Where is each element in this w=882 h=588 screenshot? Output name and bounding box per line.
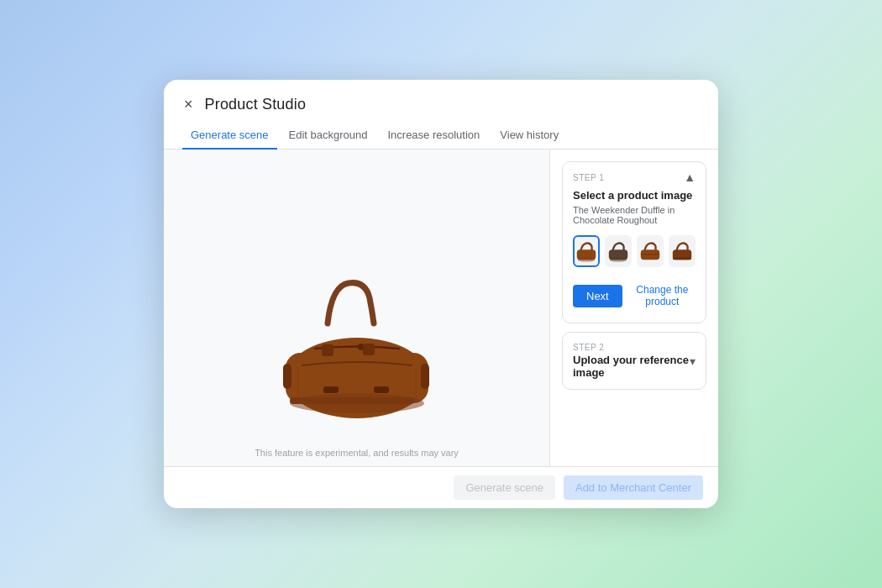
tab-edit-background[interactable]: Edit background bbox=[281, 122, 376, 150]
product-thumbnails bbox=[563, 232, 706, 276]
tab-increase-resolution[interactable]: Increase resolution bbox=[379, 122, 488, 150]
thumbnail-2[interactable] bbox=[605, 235, 632, 267]
svg-point-12 bbox=[578, 258, 596, 262]
close-icon: × bbox=[184, 97, 193, 112]
product-studio-modal: × Product Studio Generate scene Edit bac… bbox=[164, 80, 718, 508]
bag-image bbox=[265, 256, 449, 424]
modal-title: Product Studio bbox=[205, 96, 307, 113]
tab-generate-scene[interactable]: Generate scene bbox=[182, 122, 277, 150]
generate-scene-button[interactable]: Generate scene bbox=[454, 475, 555, 500]
close-button[interactable]: × bbox=[182, 95, 195, 113]
svg-rect-10 bbox=[374, 386, 389, 393]
step2-chevron-icon[interactable]: ▾ bbox=[690, 354, 696, 368]
tab-bar: Generate scene Edit background Increase … bbox=[164, 122, 718, 150]
svg-point-14 bbox=[610, 258, 627, 262]
svg-rect-5 bbox=[421, 364, 429, 389]
modal-footer: Generate scene Add to Merchant Center bbox=[164, 466, 718, 508]
next-button[interactable]: Next bbox=[573, 285, 622, 307]
thumbnail-3[interactable] bbox=[637, 235, 664, 267]
modal-header: × Product Studio bbox=[164, 80, 718, 113]
preview-area: This feature is experimental, and result… bbox=[164, 150, 550, 466]
modal-body: This feature is experimental, and result… bbox=[164, 150, 718, 466]
svg-rect-4 bbox=[283, 364, 291, 389]
svg-rect-7 bbox=[322, 344, 333, 356]
step1-chevron-icon[interactable]: ▲ bbox=[684, 171, 696, 184]
step1-actions: Next Change the product bbox=[563, 276, 706, 323]
svg-rect-17 bbox=[673, 257, 691, 260]
step1-header: STEP 1 ▲ bbox=[563, 162, 706, 189]
step1-card: STEP 1 ▲ Select a product image The Week… bbox=[562, 161, 706, 323]
sidebar: STEP 1 ▲ Select a product image The Week… bbox=[550, 150, 718, 466]
step2-title: Upload your reference image bbox=[573, 354, 690, 379]
step1-label: STEP 1 bbox=[573, 173, 604, 182]
preview-disclaimer: This feature is experimental, and result… bbox=[255, 441, 459, 458]
step2-content: STEP 2 Upload your reference image bbox=[573, 343, 690, 379]
add-to-merchant-center-button[interactable]: Add to Merchant Center bbox=[564, 475, 703, 500]
svg-rect-8 bbox=[363, 344, 375, 355]
change-product-button[interactable]: Change the product bbox=[629, 279, 696, 312]
step2-header: STEP 2 Upload your reference image ▾ bbox=[563, 333, 706, 389]
step1-title: Select a product image bbox=[563, 189, 706, 205]
thumbnail-1[interactable] bbox=[573, 235, 600, 267]
svg-rect-9 bbox=[323, 386, 339, 393]
thumbnail-4[interactable] bbox=[669, 235, 696, 267]
step2-card[interactable]: STEP 2 Upload your reference image ▾ bbox=[562, 332, 706, 390]
svg-rect-3 bbox=[290, 397, 414, 404]
step2-label: STEP 2 bbox=[573, 343, 690, 352]
step1-subtitle: The Weekender Duffle in Chocolate Rougho… bbox=[563, 205, 706, 232]
svg-rect-15 bbox=[641, 249, 659, 260]
tab-view-history[interactable]: View history bbox=[491, 122, 567, 150]
